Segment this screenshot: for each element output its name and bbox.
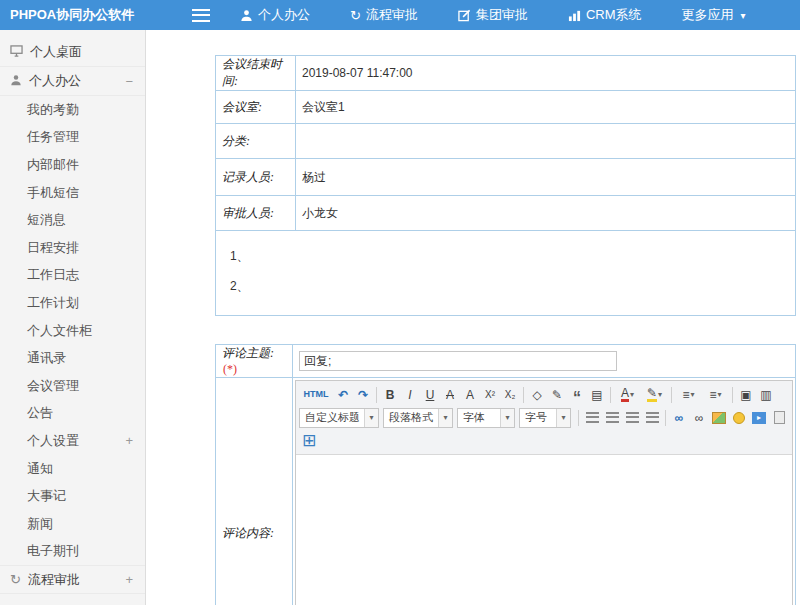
remove-link-button[interactable]: ∞	[689, 408, 709, 428]
indent-button[interactable]: ▣	[736, 385, 756, 405]
select-all-button[interactable]: ▤	[587, 385, 607, 405]
expand-icon[interactable]: +	[125, 572, 133, 587]
remove-format-button[interactable]: ◇	[527, 385, 547, 405]
outdent-button[interactable]: ▥	[756, 385, 776, 405]
sidebar-item-internal-mail[interactable]: 内部邮件	[0, 151, 145, 179]
italic-button[interactable]: I	[400, 385, 420, 405]
bar-chart-icon	[568, 9, 581, 22]
sidebar-item-label: 手机短信	[27, 184, 79, 202]
strikethrough-button[interactable]: A	[440, 385, 460, 405]
field-value	[293, 345, 796, 378]
insert-link-button[interactable]: ∞	[669, 408, 689, 428]
sidebar-item-work-log[interactable]: 工作日志	[0, 262, 145, 290]
unordered-list-button[interactable]: ≡▾	[702, 385, 729, 405]
sidebar-item-label: 个人办公	[29, 72, 81, 90]
sidebar-item-news[interactable]: 新闻	[0, 510, 145, 538]
nav-workflow-approval[interactable]: ↻ 流程审批	[350, 6, 418, 24]
unlink-icon: ∞	[695, 412, 704, 424]
insert-media-button[interactable]: ▸	[749, 408, 769, 428]
emoticon-button[interactable]	[729, 408, 749, 428]
edit-square-icon	[458, 9, 471, 22]
align-left-button[interactable]	[582, 408, 602, 428]
collapse-icon[interactable]: −	[125, 74, 133, 89]
bold-button[interactable]: B	[380, 385, 400, 405]
redo-button[interactable]: ↷	[353, 385, 373, 405]
align-right-button[interactable]	[622, 408, 642, 428]
sidebar-item-announcement[interactable]: 公告	[0, 400, 145, 428]
dropdown-label: 字号	[525, 410, 547, 425]
field-label: 分类:	[216, 124, 296, 159]
sidebar-submenu: 我的考勤 任务管理 内部邮件 手机短信 短消息 日程安排 工作日志 工作计划 个…	[0, 96, 145, 565]
nav-label: 更多应用	[682, 6, 734, 24]
insert-table-button[interactable]: ⊞	[299, 431, 319, 451]
sidebar-item-label: 任务管理	[27, 128, 79, 146]
source-code-button[interactable]: HTML	[299, 385, 333, 405]
sidebar-item-personal-file-cabinet[interactable]: 个人文件柜	[0, 317, 145, 345]
expand-icon[interactable]: +	[125, 433, 133, 448]
undo-icon: ↶	[338, 389, 348, 401]
sidebar-item-notification[interactable]: 通知	[0, 455, 145, 483]
sidebar-item-schedule[interactable]: 日程安排	[0, 234, 145, 262]
bold-icon: B	[386, 389, 395, 401]
undo-button[interactable]: ↶	[333, 385, 353, 405]
nav-group-approval[interactable]: 集团审批	[458, 6, 528, 24]
align-right-icon	[626, 412, 639, 423]
insert-file-button[interactable]	[769, 408, 789, 428]
sidebar-item-label: 会议管理	[27, 377, 79, 395]
comment-content-editor[interactable]	[296, 455, 792, 605]
sidebar-item-short-message[interactable]: 短消息	[0, 206, 145, 234]
sidebar-item-mobile-sms[interactable]: 手机短信	[0, 179, 145, 207]
play-icon: ▸	[757, 414, 761, 422]
redo-icon: ↷	[358, 389, 368, 401]
sidebar-item-workflow-approval[interactable]: ↻ 流程审批 +	[0, 565, 145, 594]
link-icon: ∞	[675, 412, 684, 424]
nav-more-apps[interactable]: 更多应用 ▾	[682, 6, 746, 24]
subscript-button[interactable]: X₂	[500, 385, 520, 405]
field-value: 小龙女	[296, 196, 796, 231]
blockquote-button[interactable]: “	[567, 385, 587, 405]
sidebar-item-meeting-management[interactable]: 会议管理	[0, 372, 145, 400]
nav-label: CRM系统	[586, 6, 642, 24]
sidebar-item-task-management[interactable]: 任务管理	[0, 124, 145, 152]
font-color-button[interactable]: A▾	[614, 385, 641, 405]
content-line: 1、	[230, 241, 789, 271]
sidebar-item-personal-office[interactable]: 个人办公 −	[0, 67, 145, 96]
quick-format-button[interactable]: ✎	[547, 385, 567, 405]
workflow-icon: ↻	[10, 573, 21, 586]
hamburger-menu-icon[interactable]	[192, 9, 210, 22]
superscript-button[interactable]: X²	[480, 385, 500, 405]
comment-subject-input[interactable]	[299, 351, 617, 371]
ordered-list-button[interactable]: ≡▾	[675, 385, 702, 405]
font-family-dropdown[interactable]: 字体▾	[457, 408, 515, 428]
field-value: 会议室1	[296, 91, 796, 124]
comment-content-label: 评论内容:	[216, 378, 293, 605]
toolbar-separator	[376, 387, 377, 403]
sidebar-item-contacts[interactable]: 通讯录	[0, 344, 145, 372]
sidebar-item-label: 公告	[27, 404, 53, 422]
sidebar-item-personal-desktop[interactable]: 个人桌面	[0, 38, 145, 67]
main-nav: 个人办公 ↻ 流程审批 集团审批 CRM系统 更多应用 ▾	[240, 6, 746, 24]
font-size-dropdown[interactable]: 字号▾	[519, 408, 571, 428]
sidebar-item-work-plan[interactable]: 工作计划	[0, 289, 145, 317]
meeting-content: 1、 2、	[216, 231, 796, 316]
strikethrough-icon: A	[446, 389, 454, 401]
sidebar-item-personal-settings[interactable]: 个人设置+	[0, 427, 145, 455]
underline-button[interactable]: U	[420, 385, 440, 405]
nav-personal-office[interactable]: 个人办公	[240, 6, 310, 24]
font-color-icon: A	[621, 388, 629, 402]
indent-icon: ▣	[740, 389, 751, 401]
nav-crm[interactable]: CRM系统	[568, 6, 642, 24]
sidebar-item-my-attendance[interactable]: 我的考勤	[0, 96, 145, 124]
align-justify-button[interactable]	[642, 408, 662, 428]
sidebar-item-label: 短消息	[27, 211, 66, 229]
caret-down-icon: ▾	[691, 390, 695, 399]
heading-style-dropdown[interactable]: 自定义标题▾	[299, 408, 379, 428]
align-center-button[interactable]	[602, 408, 622, 428]
toolbar-separator	[523, 387, 524, 403]
sidebar-item-memorabilia[interactable]: 大事记	[0, 482, 145, 510]
highlight-color-button[interactable]: ✎▾	[641, 385, 668, 405]
insert-image-button[interactable]	[709, 408, 729, 428]
sidebar-item-e-journal[interactable]: 电子期刊	[0, 538, 145, 566]
font-style-button[interactable]: A	[460, 385, 480, 405]
paragraph-format-dropdown[interactable]: 段落格式▾	[383, 408, 453, 428]
